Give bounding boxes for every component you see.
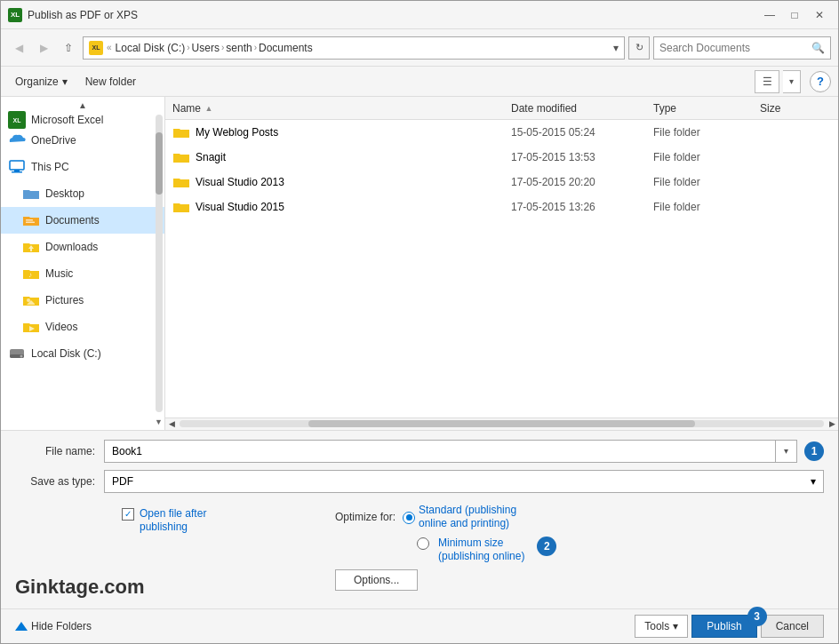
sidebar-item-videos[interactable]: Videos <box>1 314 164 340</box>
minimum-radio-option: Minimum size(publishing online) 2 <box>335 537 824 564</box>
footer-bar: Hide Folders Tools ▾ Publish 3 Cancel <box>1 608 838 643</box>
app-icon: XL <box>8 8 22 22</box>
h-scroll-thumb <box>308 420 695 427</box>
sidebar-item-documents[interactable]: Documents <box>1 207 164 234</box>
file-row-0[interactable]: My Weblog Posts 15-05-2015 05:24 File fo… <box>165 120 838 145</box>
sidebar-label-videos: Videos <box>45 321 77 333</box>
sidebar-scroll-down-arrow[interactable]: ▼ <box>155 417 163 426</box>
hide-folders-icon <box>15 622 28 631</box>
file-row-3[interactable]: Visual Studio 2015 17-05-2015 13:26 File… <box>165 195 838 219</box>
sidebar-label-microsoft-excel: Microsoft Excel <box>31 114 103 126</box>
path-separator-0: « <box>107 43 112 52</box>
svg-point-12 <box>20 355 23 358</box>
badge-2: 2 <box>537 537 556 556</box>
footer-buttons: Tools ▾ Publish 3 Cancel <box>635 615 824 638</box>
col-type-header[interactable]: Type <box>653 102 760 115</box>
svg-rect-2 <box>12 171 22 173</box>
window-title: Publish as PDF or XPS <box>28 9 758 21</box>
path-dropdown-icon[interactable]: ▾ <box>613 42 619 54</box>
view-button[interactable]: ☰ <box>755 70 779 93</box>
file-name-dropdown[interactable]: ▾ <box>776 440 797 463</box>
h-scroll-left-button[interactable]: ◀ <box>165 417 178 430</box>
address-path[interactable]: XL « Local Disk (C:) › Users › senth › D… <box>83 36 625 60</box>
excel-icon: XL <box>8 111 26 129</box>
view-icon: ☰ <box>763 76 772 88</box>
view-dropdown-button[interactable]: ▾ <box>783 70 801 93</box>
file-row-2[interactable]: Visual Studio 2013 17-05-2015 20:20 File… <box>165 170 838 195</box>
col-date-header[interactable]: Date modified <box>511 102 653 115</box>
standard-radio[interactable] <box>403 512 415 524</box>
optimize-label: Optimize for: <box>335 511 396 523</box>
svg-rect-4 <box>26 222 35 224</box>
col-name-header[interactable]: Name ▲ <box>172 102 511 115</box>
close-button[interactable]: ✕ <box>808 5 831 25</box>
standard-radio-label[interactable]: Standard (publishingonline and printing) <box>419 504 516 531</box>
h-scroll-track[interactable] <box>180 420 824 427</box>
minimize-button[interactable]: — <box>758 5 781 25</box>
sidebar-label-documents: Documents <box>45 214 100 227</box>
up-button[interactable]: ⇧ <box>58 37 79 59</box>
file-name-label: File name: <box>15 445 104 457</box>
videos-folder-icon <box>22 318 40 336</box>
refresh-button[interactable]: ↻ <box>628 36 650 60</box>
file-name-3: Visual Studio 2015 <box>196 201 511 213</box>
new-folder-button[interactable]: New folder <box>78 70 143 93</box>
cancel-button[interactable]: Cancel <box>761 615 824 638</box>
search-box: 🔍 <box>653 36 831 60</box>
sidebar-item-local-disk[interactable]: Local Disk (C:) <box>1 340 164 367</box>
file-type-1: File folder <box>653 151 760 163</box>
sidebar-label-music: Music <box>45 267 73 280</box>
publish-button[interactable]: Publish 3 <box>691 615 756 638</box>
svg-text:♪: ♪ <box>28 271 32 279</box>
file-name-input[interactable] <box>104 440 776 463</box>
h-scroll-right-button[interactable]: ▶ <box>826 417 838 430</box>
folder-icon-3 <box>172 198 190 216</box>
sidebar-item-this-pc[interactable]: This PC <box>1 154 164 180</box>
sidebar-scroll-up[interactable]: ▲ <box>1 97 164 113</box>
minimum-radio[interactable] <box>417 537 429 550</box>
svg-rect-0 <box>10 161 24 170</box>
search-icon[interactable]: 🔍 <box>811 42 825 54</box>
open-after-checkbox[interactable]: ✓ <box>122 508 134 521</box>
search-input[interactable] <box>659 42 811 54</box>
open-after-label[interactable]: Open file afterpublishing <box>140 507 206 535</box>
drive-icon <box>8 345 26 362</box>
minimum-radio-label[interactable]: Minimum size(publishing online) <box>438 537 524 564</box>
file-type-0: File folder <box>653 126 760 139</box>
back-button[interactable]: ◀ <box>8 37 29 59</box>
downloads-folder-icon <box>22 238 40 256</box>
svg-marker-13 <box>15 622 28 631</box>
sidebar-item-onedrive[interactable]: OneDrive <box>1 127 164 154</box>
watermark: Ginktage.com <box>15 576 144 599</box>
organize-button[interactable]: Organize ▾ <box>8 70 75 93</box>
options-button[interactable]: Options... <box>335 569 418 591</box>
sidebar-item-pictures[interactable]: Pictures <box>1 287 164 314</box>
sidebar-label-pictures: Pictures <box>45 294 84 306</box>
file-name-row: File name: ▾ 1 <box>15 440 824 463</box>
sidebar-item-music[interactable]: ♪ Music <box>1 260 164 287</box>
sidebar-item-desktop[interactable]: Desktop <box>1 180 164 207</box>
save-as-type-select[interactable]: PDF ▾ <box>104 470 824 493</box>
col-size-header[interactable]: Size <box>760 102 831 115</box>
forward-button[interactable]: ▶ <box>33 37 54 59</box>
main-area: ▲ XL Microsoft Excel OneDrive <box>1 97 838 430</box>
open-after-checkbox-area: ✓ Open file afterpublishing <box>122 507 317 535</box>
name-sort-icon[interactable]: ▲ <box>203 102 215 115</box>
sidebar-item-downloads[interactable]: Downloads <box>1 234 164 260</box>
window-controls: — □ ✕ <box>758 5 831 25</box>
column-headers: Name ▲ Date modified Type Size <box>165 97 838 120</box>
file-name-1: Snagit <box>196 151 511 163</box>
hide-folders-button[interactable]: Hide Folders <box>15 620 92 632</box>
file-row-1[interactable]: Snagit 17-05-2015 13:53 File folder <box>165 145 838 170</box>
checkbox-check-icon: ✓ <box>124 509 132 519</box>
sidebar-label-this-pc: This PC <box>31 161 69 173</box>
help-button[interactable]: ? <box>810 71 831 92</box>
file-date-3: 17-05-2015 13:26 <box>511 201 653 213</box>
sidebar-scrollbar[interactable] <box>156 115 163 412</box>
tools-button[interactable]: Tools ▾ <box>635 615 688 638</box>
maximize-button[interactable]: □ <box>783 5 806 25</box>
music-folder-icon: ♪ <box>22 265 40 282</box>
tools-button-group: Tools ▾ <box>635 615 688 638</box>
sidebar-scroll-thumb <box>156 132 163 195</box>
sidebar-label-downloads: Downloads <box>45 241 98 253</box>
